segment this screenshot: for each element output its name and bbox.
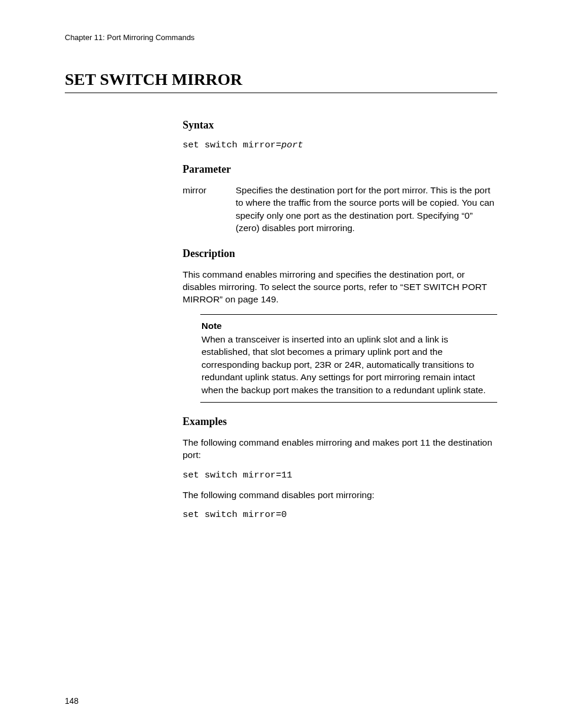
example-intro-1: The following command enables mirroring … <box>183 436 497 462</box>
parameter-heading: Parameter <box>183 163 497 176</box>
parameter-desc: Specifies the destination port for the p… <box>236 184 497 235</box>
page-number: 148 <box>65 696 78 706</box>
note-text: When a transceiver is inserted into an u… <box>201 333 494 396</box>
example-intro-2: The following command disables port mirr… <box>183 489 497 501</box>
syntax-code: set switch mirror=port <box>183 140 497 150</box>
note-label: Note <box>201 319 494 332</box>
content-area: Syntax set switch mirror=port Parameter … <box>183 119 497 520</box>
parameter-name: mirror <box>183 184 236 235</box>
chapter-header: Chapter 11: Port Mirroring Commands <box>65 33 497 42</box>
example-cmd-2: set switch mirror=0 <box>183 509 497 520</box>
parameter-row: mirror Specifies the destination port fo… <box>183 184 497 235</box>
syntax-cmd-prefix: set switch mirror= <box>183 140 281 150</box>
page-title: SET SWITCH MIRROR <box>65 70 497 89</box>
description-heading: Description <box>183 248 497 260</box>
syntax-heading: Syntax <box>183 119 497 131</box>
description-text: This command enables mirroring and speci… <box>183 268 497 306</box>
page-container: Chapter 11: Port Mirroring Commands SET … <box>0 0 562 728</box>
title-block: SET SWITCH MIRROR <box>65 70 497 93</box>
syntax-cmd-var: port <box>281 140 303 150</box>
example-cmd-1: set switch mirror=11 <box>183 470 497 480</box>
note-box: Note When a transceiver is inserted into… <box>200 314 497 403</box>
examples-heading: Examples <box>183 416 497 428</box>
